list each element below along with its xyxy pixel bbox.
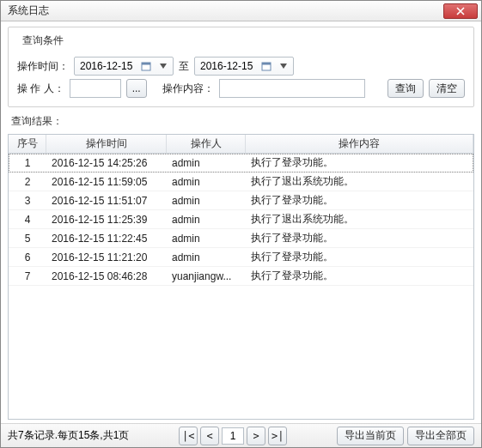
svg-rect-1 xyxy=(142,63,150,65)
col-time[interactable]: 操作时间 xyxy=(46,135,167,153)
cell-time: 2016-12-15 08:46:28 xyxy=(46,270,167,282)
cell-content: 执行了登录功能。 xyxy=(246,193,473,208)
time-label: 操作时间： xyxy=(17,59,69,74)
date-to-input[interactable]: 2016-12-15 xyxy=(194,57,294,76)
chevron-down-icon[interactable] xyxy=(278,60,290,72)
window-title: 系统日志 xyxy=(8,3,443,18)
cell-time: 2016-12-15 11:59:05 xyxy=(46,176,167,188)
cell-time: 2016-12-15 14:25:26 xyxy=(46,157,167,169)
table-row[interactable]: 72016-12-15 08:46:28yuanjiangw...执行了登录功能… xyxy=(9,267,473,286)
calendar-icon[interactable] xyxy=(260,60,272,72)
page-number[interactable]: 1 xyxy=(222,427,244,445)
result-label: 查询结果： xyxy=(8,112,474,129)
summary-text: 共7条记录.每页15条,共1页 xyxy=(8,428,129,443)
cell-content: 执行了登录功能。 xyxy=(246,155,473,170)
footer-right: 导出当前页 导出全部页 xyxy=(337,427,474,445)
cell-content: 执行了退出系统功能。 xyxy=(246,174,473,189)
operator-input[interactable] xyxy=(70,79,121,98)
content-label: 操作内容： xyxy=(162,82,214,96)
cell-user: admin xyxy=(167,214,246,226)
cell-content: 执行了登录功能。 xyxy=(246,250,473,264)
close-icon[interactable] xyxy=(443,3,478,19)
query-panel: 查询条件 操作时间： 2016-12-15 至 2016-12-15 操 作 人… xyxy=(8,27,474,107)
cell-content: 执行了登录功能。 xyxy=(246,269,473,283)
cell-time: 2016-12-15 11:22:45 xyxy=(46,233,167,245)
cell-idx: 1 xyxy=(9,157,46,169)
row-operator: 操 作 人： ... 操作内容： 查询 清空 xyxy=(17,79,465,98)
table-row[interactable]: 62016-12-15 11:21:20admin执行了登录功能。 xyxy=(9,248,473,267)
calendar-icon[interactable] xyxy=(140,60,152,72)
cell-user: yuanjiangw... xyxy=(167,270,246,282)
cell-idx: 6 xyxy=(9,251,46,263)
cell-user: admin xyxy=(167,157,246,169)
table-header: 序号 操作时间 操作人 操作内容 xyxy=(9,135,473,154)
date-from-value: 2016-12-15 xyxy=(80,60,135,72)
col-idx[interactable]: 序号 xyxy=(9,135,46,153)
cell-idx: 2 xyxy=(9,176,46,188)
footer: 共7条记录.每页15条,共1页 |< < 1 > >| 导出当前页 导出全部页 xyxy=(1,423,481,447)
clear-button[interactable]: 清空 xyxy=(429,79,465,98)
cell-idx: 3 xyxy=(9,195,46,207)
next-page-button[interactable]: > xyxy=(247,427,265,445)
titlebar: 系统日志 xyxy=(1,1,481,21)
table-row[interactable]: 42016-12-15 11:25:39admin执行了退出系统功能。 xyxy=(9,210,473,229)
search-button[interactable]: 查询 xyxy=(387,79,424,98)
cell-idx: 5 xyxy=(9,233,46,245)
cell-time: 2016-12-15 11:21:20 xyxy=(46,251,167,263)
cell-idx: 7 xyxy=(9,270,46,282)
cell-user: admin xyxy=(167,176,246,188)
table-row[interactable]: 12016-12-15 14:25:26admin执行了登录功能。 xyxy=(9,154,473,173)
cell-user: admin xyxy=(167,233,246,245)
cell-idx: 4 xyxy=(9,214,46,226)
svg-rect-3 xyxy=(262,63,271,65)
pager: |< < 1 > >| xyxy=(134,427,332,445)
last-page-button[interactable]: >| xyxy=(268,427,287,445)
cell-content: 执行了退出系统功能。 xyxy=(246,212,473,227)
window: 系统日志 查询条件 操作时间： 2016-12-15 至 2016-12-15 xyxy=(0,0,482,448)
content: 查询条件 操作时间： 2016-12-15 至 2016-12-15 操 作 人… xyxy=(1,21,481,423)
table-row[interactable]: 52016-12-15 11:22:45admin执行了登录功能。 xyxy=(9,229,473,248)
query-legend: 查询条件 xyxy=(19,33,67,48)
row-time: 操作时间： 2016-12-15 至 2016-12-15 xyxy=(17,57,465,76)
export-page-button[interactable]: 导出当前页 xyxy=(337,427,404,445)
result-table: 序号 操作时间 操作人 操作内容 12016-12-15 14:25:26adm… xyxy=(8,134,474,420)
cell-time: 2016-12-15 11:51:07 xyxy=(46,195,167,207)
first-page-button[interactable]: |< xyxy=(179,427,198,445)
col-content[interactable]: 操作内容 xyxy=(246,135,473,153)
export-all-button[interactable]: 导出全部页 xyxy=(407,427,474,445)
operator-picker-button[interactable]: ... xyxy=(126,79,147,98)
table-row[interactable]: 22016-12-15 11:59:05admin执行了退出系统功能。 xyxy=(9,173,473,191)
col-user[interactable]: 操作人 xyxy=(167,135,246,153)
cell-content: 执行了登录功能。 xyxy=(246,231,473,245)
chevron-down-icon[interactable] xyxy=(157,60,169,72)
cell-user: admin xyxy=(167,195,246,207)
operator-label: 操 作 人： xyxy=(17,82,64,96)
cell-user: admin xyxy=(167,251,246,263)
table-body[interactable]: 12016-12-15 14:25:26admin执行了登录功能。22016-1… xyxy=(9,154,473,419)
content-input[interactable] xyxy=(219,79,365,98)
table-row[interactable]: 32016-12-15 11:51:07admin执行了登录功能。 xyxy=(9,191,473,210)
prev-page-button[interactable]: < xyxy=(200,427,219,445)
to-label: 至 xyxy=(179,59,189,74)
date-from-input[interactable]: 2016-12-15 xyxy=(74,57,174,76)
date-to-value: 2016-12-15 xyxy=(200,60,255,72)
cell-time: 2016-12-15 11:25:39 xyxy=(46,214,167,226)
